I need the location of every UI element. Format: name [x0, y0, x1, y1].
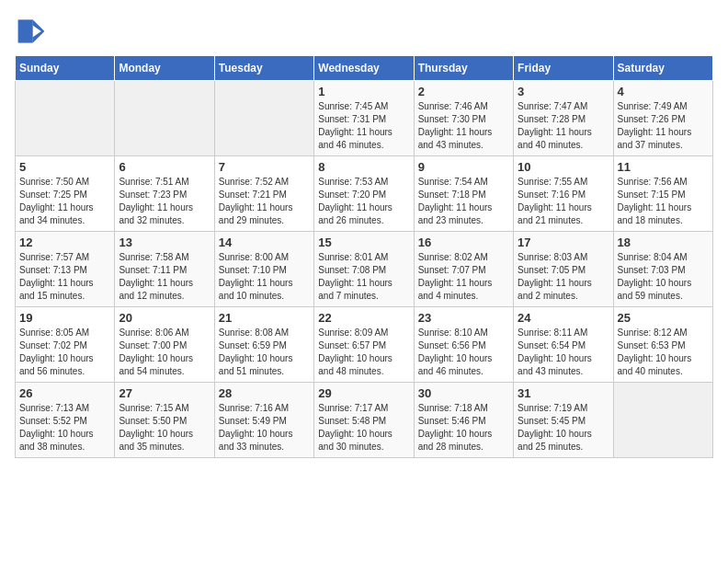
calendar-cell: 1Sunrise: 7:45 AM Sunset: 7:31 PM Daylig… — [314, 81, 414, 156]
calendar-cell: 6Sunrise: 7:51 AM Sunset: 7:23 PM Daylig… — [115, 156, 214, 232]
calendar-cell: 11Sunrise: 7:56 AM Sunset: 7:15 PM Dayli… — [613, 156, 712, 232]
day-info: Sunrise: 7:56 AM Sunset: 7:15 PM Dayligh… — [618, 176, 709, 227]
day-info: Sunrise: 7:49 AM Sunset: 7:26 PM Dayligh… — [618, 100, 709, 152]
day-info: Sunrise: 7:52 AM Sunset: 7:21 PM Dayligh… — [219, 176, 310, 227]
day-info: Sunrise: 8:04 AM Sunset: 7:03 PM Dayligh… — [618, 251, 709, 303]
calendar-cell: 19Sunrise: 8:05 AM Sunset: 7:02 PM Dayli… — [16, 307, 115, 383]
logo — [15, 15, 51, 48]
day-number: 29 — [318, 386, 409, 400]
calendar-cell: 27Sunrise: 7:15 AM Sunset: 5:50 PM Dayli… — [115, 383, 214, 458]
day-info: Sunrise: 7:57 AM Sunset: 7:13 PM Dayligh… — [19, 251, 110, 303]
day-number: 15 — [318, 236, 409, 249]
day-number: 12 — [19, 236, 110, 249]
calendar-cell: 26Sunrise: 7:13 AM Sunset: 5:52 PM Dayli… — [16, 383, 115, 458]
day-number: 5 — [19, 160, 110, 174]
calendar-cell: 12Sunrise: 7:57 AM Sunset: 7:13 PM Dayli… — [16, 232, 115, 307]
calendar-cell — [16, 81, 115, 156]
day-info: Sunrise: 7:50 AM Sunset: 7:25 PM Dayligh… — [19, 176, 110, 227]
day-number: 8 — [318, 160, 409, 174]
calendar-cell: 10Sunrise: 7:55 AM Sunset: 7:16 PM Dayli… — [514, 156, 613, 232]
calendar-cell: 24Sunrise: 8:11 AM Sunset: 6:54 PM Dayli… — [514, 307, 613, 383]
calendar-cell: 20Sunrise: 8:06 AM Sunset: 7:00 PM Dayli… — [115, 307, 214, 383]
weekday-header: Sunday — [16, 56, 115, 81]
weekday-header-row: SundayMondayTuesdayWednesdayThursdayFrid… — [16, 56, 713, 81]
day-number: 26 — [19, 386, 110, 400]
day-number: 27 — [119, 386, 210, 400]
svg-rect-2 — [18, 19, 33, 42]
calendar-cell: 22Sunrise: 8:09 AM Sunset: 6:57 PM Dayli… — [314, 307, 414, 383]
calendar-cell — [115, 81, 214, 156]
day-info: Sunrise: 8:01 AM Sunset: 7:08 PM Dayligh… — [318, 251, 409, 303]
day-info: Sunrise: 8:02 AM Sunset: 7:07 PM Dayligh… — [418, 251, 509, 303]
day-info: Sunrise: 7:45 AM Sunset: 7:31 PM Dayligh… — [318, 100, 409, 152]
weekday-header: Monday — [115, 56, 214, 81]
day-info: Sunrise: 7:46 AM Sunset: 7:30 PM Dayligh… — [418, 100, 509, 152]
day-info: Sunrise: 8:00 AM Sunset: 7:10 PM Dayligh… — [219, 251, 310, 303]
day-number: 6 — [119, 160, 210, 174]
weekday-header: Wednesday — [314, 56, 414, 81]
day-info: Sunrise: 7:18 AM Sunset: 5:46 PM Dayligh… — [418, 402, 509, 454]
day-info: Sunrise: 8:11 AM Sunset: 6:54 PM Dayligh… — [518, 327, 609, 378]
day-info: Sunrise: 8:09 AM Sunset: 6:57 PM Dayligh… — [318, 327, 409, 378]
day-number: 9 — [418, 160, 509, 174]
day-number: 3 — [518, 85, 609, 98]
day-info: Sunrise: 7:58 AM Sunset: 7:11 PM Dayligh… — [119, 251, 210, 303]
day-number: 23 — [418, 311, 509, 325]
calendar-cell: 21Sunrise: 8:08 AM Sunset: 6:59 PM Dayli… — [214, 307, 313, 383]
calendar-cell: 17Sunrise: 8:03 AM Sunset: 7:05 PM Dayli… — [514, 232, 613, 307]
calendar-cell: 23Sunrise: 8:10 AM Sunset: 6:56 PM Dayli… — [414, 307, 513, 383]
calendar-week-row: 19Sunrise: 8:05 AM Sunset: 7:02 PM Dayli… — [16, 307, 713, 383]
day-info: Sunrise: 7:16 AM Sunset: 5:49 PM Dayligh… — [219, 402, 310, 454]
calendar-cell: 29Sunrise: 7:17 AM Sunset: 5:48 PM Dayli… — [314, 383, 414, 458]
day-number: 21 — [219, 311, 310, 325]
day-info: Sunrise: 7:13 AM Sunset: 5:52 PM Dayligh… — [19, 402, 110, 454]
calendar-cell: 15Sunrise: 8:01 AM Sunset: 7:08 PM Dayli… — [314, 232, 414, 307]
day-info: Sunrise: 8:05 AM Sunset: 7:02 PM Dayligh… — [19, 327, 110, 378]
day-number: 25 — [618, 311, 709, 325]
day-info: Sunrise: 8:06 AM Sunset: 7:00 PM Dayligh… — [119, 327, 210, 378]
day-info: Sunrise: 8:08 AM Sunset: 6:59 PM Dayligh… — [219, 327, 310, 378]
day-number: 20 — [119, 311, 210, 325]
day-info: Sunrise: 7:47 AM Sunset: 7:28 PM Dayligh… — [518, 100, 609, 152]
calendar-cell: 2Sunrise: 7:46 AM Sunset: 7:30 PM Daylig… — [414, 81, 513, 156]
calendar-cell: 13Sunrise: 7:58 AM Sunset: 7:11 PM Dayli… — [115, 232, 214, 307]
calendar-cell: 5Sunrise: 7:50 AM Sunset: 7:25 PM Daylig… — [16, 156, 115, 232]
weekday-header: Saturday — [613, 56, 712, 81]
day-number: 19 — [19, 311, 110, 325]
calendar-cell: 4Sunrise: 7:49 AM Sunset: 7:26 PM Daylig… — [613, 81, 712, 156]
day-number: 11 — [618, 160, 709, 174]
calendar-week-row: 5Sunrise: 7:50 AM Sunset: 7:25 PM Daylig… — [16, 156, 713, 232]
day-info: Sunrise: 7:54 AM Sunset: 7:18 PM Dayligh… — [418, 176, 509, 227]
logo-icon — [15, 15, 48, 48]
day-number: 13 — [119, 236, 210, 249]
day-info: Sunrise: 7:17 AM Sunset: 5:48 PM Dayligh… — [318, 402, 409, 454]
day-number: 28 — [219, 386, 310, 400]
day-number: 2 — [418, 85, 509, 98]
calendar-table: SundayMondayTuesdayWednesdayThursdayFrid… — [15, 55, 713, 458]
day-number: 14 — [219, 236, 310, 249]
weekday-header: Friday — [514, 56, 613, 81]
day-info: Sunrise: 7:55 AM Sunset: 7:16 PM Dayligh… — [518, 176, 609, 227]
calendar-week-row: 26Sunrise: 7:13 AM Sunset: 5:52 PM Dayli… — [16, 383, 713, 458]
calendar-week-row: 12Sunrise: 7:57 AM Sunset: 7:13 PM Dayli… — [16, 232, 713, 307]
calendar-cell — [214, 81, 313, 156]
calendar-cell: 16Sunrise: 8:02 AM Sunset: 7:07 PM Dayli… — [414, 232, 513, 307]
page-header — [15, 15, 713, 48]
calendar-cell: 25Sunrise: 8:12 AM Sunset: 6:53 PM Dayli… — [613, 307, 712, 383]
day-number: 30 — [418, 386, 509, 400]
day-number: 24 — [518, 311, 609, 325]
day-number: 22 — [318, 311, 409, 325]
calendar-cell: 31Sunrise: 7:19 AM Sunset: 5:45 PM Dayli… — [514, 383, 613, 458]
day-number: 10 — [518, 160, 609, 174]
calendar-week-row: 1Sunrise: 7:45 AM Sunset: 7:31 PM Daylig… — [16, 81, 713, 156]
day-number: 31 — [518, 386, 609, 400]
day-info: Sunrise: 8:12 AM Sunset: 6:53 PM Dayligh… — [618, 327, 709, 378]
day-info: Sunrise: 7:53 AM Sunset: 7:20 PM Dayligh… — [318, 176, 409, 227]
day-info: Sunrise: 7:15 AM Sunset: 5:50 PM Dayligh… — [119, 402, 210, 454]
calendar-cell: 9Sunrise: 7:54 AM Sunset: 7:18 PM Daylig… — [414, 156, 513, 232]
calendar-cell: 18Sunrise: 8:04 AM Sunset: 7:03 PM Dayli… — [613, 232, 712, 307]
calendar-cell: 8Sunrise: 7:53 AM Sunset: 7:20 PM Daylig… — [314, 156, 414, 232]
day-info: Sunrise: 8:10 AM Sunset: 6:56 PM Dayligh… — [418, 327, 509, 378]
calendar-cell: 7Sunrise: 7:52 AM Sunset: 7:21 PM Daylig… — [214, 156, 313, 232]
day-info: Sunrise: 7:19 AM Sunset: 5:45 PM Dayligh… — [518, 402, 609, 454]
